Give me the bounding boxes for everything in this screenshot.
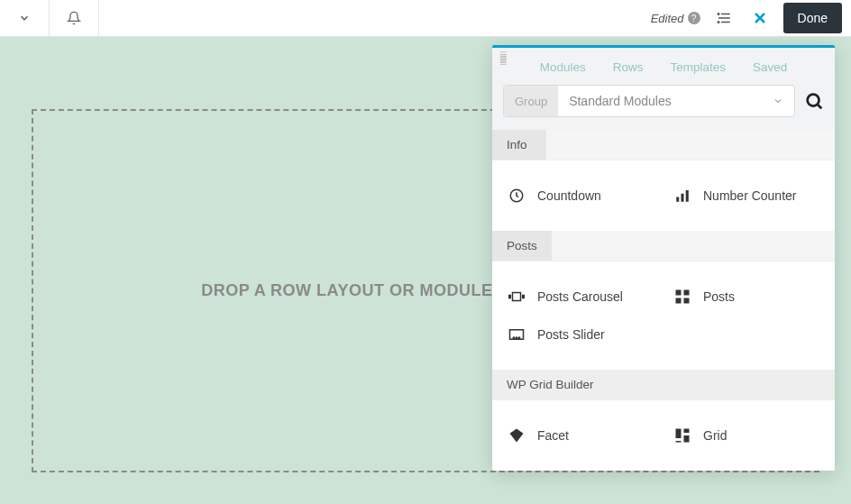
grid-icon	[674, 289, 691, 305]
module-countdown[interactable]: Countdown	[498, 177, 663, 215]
svg-point-22	[516, 337, 517, 339]
search-icon	[804, 91, 824, 111]
topbar: Edited ? Done	[0, 0, 851, 37]
close-icon	[751, 9, 769, 27]
tab-saved[interactable]: Saved	[753, 60, 787, 74]
svg-rect-26	[684, 435, 690, 443]
module-label: Number Counter	[703, 188, 797, 203]
svg-rect-27	[676, 441, 682, 443]
edited-status: Edited ?	[651, 12, 700, 25]
svg-rect-15	[522, 295, 525, 299]
section-header-posts: Posts	[492, 231, 835, 261]
slider-icon	[508, 326, 525, 343]
svg-rect-17	[684, 290, 690, 296]
panel-content[interactable]: Info Countdown Number Counter Posts	[492, 130, 835, 471]
module-grid[interactable]: Grid	[663, 417, 829, 454]
grid2-icon	[674, 427, 691, 444]
drag-handle[interactable]: ≡≡≡≡	[499, 53, 508, 64]
module-label: Facet	[537, 428, 569, 443]
svg-point-7	[808, 95, 819, 106]
tab-templates[interactable]: Templates	[670, 60, 726, 74]
module-posts-slider[interactable]: Posts Slider	[498, 316, 663, 353]
svg-point-21	[513, 337, 515, 339]
content-panel: ≡≡≡≡ Modules Rows Templates Saved Group …	[492, 45, 835, 471]
svg-point-23	[518, 337, 520, 339]
module-grid-wpgrid: Facet Grid	[492, 400, 835, 471]
clock-icon	[508, 188, 525, 204]
module-label: Posts Carousel	[537, 289, 623, 304]
group-label: Group	[504, 86, 558, 116]
notifications-button[interactable]	[50, 0, 99, 36]
topbar-right: Edited ? Done	[651, 3, 851, 33]
svg-rect-13	[508, 295, 511, 299]
svg-point-4	[718, 22, 719, 23]
diamond-icon	[508, 427, 525, 444]
panel-filter: Group Standard Modules	[492, 85, 835, 130]
bars-icon	[674, 188, 691, 204]
svg-point-3	[718, 14, 719, 15]
chevron-down-icon	[762, 96, 794, 106]
module-label: Grid	[703, 428, 727, 443]
bell-icon	[67, 11, 81, 25]
outline-button[interactable]	[711, 5, 737, 31]
panel-tabs: Modules Rows Templates Saved	[492, 48, 835, 85]
section-header-info: Info	[492, 130, 835, 160]
svg-rect-10	[676, 197, 679, 202]
select-value: Standard Modules	[558, 94, 762, 108]
svg-rect-14	[513, 293, 521, 301]
module-facet[interactable]: Facet	[498, 417, 663, 454]
module-posts[interactable]: Posts	[663, 278, 829, 316]
module-label: Countdown	[537, 188, 601, 203]
module-number-counter[interactable]: Number Counter	[663, 177, 829, 215]
close-panel-button[interactable]	[747, 5, 773, 31]
svg-rect-18	[676, 298, 682, 304]
module-label: Posts Slider	[537, 327, 605, 342]
section-header-wpgrid: WP Grid Builder	[492, 370, 835, 400]
svg-rect-12	[686, 190, 689, 202]
carousel-icon	[508, 289, 525, 305]
chevron-down-icon	[18, 12, 31, 24]
group-select[interactable]: Group Standard Modules	[503, 85, 795, 117]
title-dropdown[interactable]	[0, 0, 50, 36]
svg-rect-11	[682, 194, 684, 202]
module-grid-posts: Posts Carousel Posts Posts Slider	[492, 261, 835, 370]
module-grid-info: Countdown Number Counter	[492, 160, 835, 231]
search-button[interactable]	[804, 91, 824, 111]
svg-rect-25	[684, 429, 690, 434]
done-button[interactable]: Done	[783, 3, 842, 33]
tab-modules[interactable]: Modules	[540, 60, 586, 74]
module-posts-carousel[interactable]: Posts Carousel	[498, 278, 663, 316]
outline-icon	[716, 10, 732, 26]
svg-rect-19	[684, 298, 690, 304]
tab-rows[interactable]: Rows	[613, 60, 644, 74]
svg-rect-24	[676, 429, 682, 439]
svg-rect-16	[676, 290, 682, 296]
edited-label: Edited	[651, 12, 684, 25]
topbar-left	[0, 0, 99, 36]
help-icon[interactable]: ?	[688, 12, 700, 24]
module-label: Posts	[703, 289, 735, 304]
svg-line-8	[818, 105, 821, 108]
